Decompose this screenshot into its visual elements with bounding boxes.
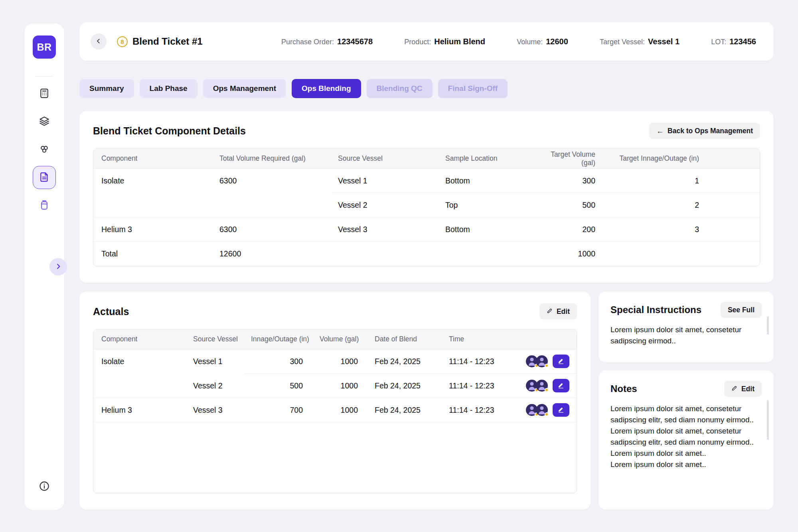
sidebar-item-layers[interactable]: [33, 110, 56, 133]
table-row: Vessel 25001000Feb 24, 202511:14 - 12:23: [93, 374, 577, 398]
actuals-edit-button[interactable]: Edit: [539, 303, 577, 319]
column-header: Source Vessel: [332, 154, 439, 163]
sign-button[interactable]: [553, 403, 569, 417]
table-cell: [598, 242, 702, 266]
table-cell: Vessel 1: [332, 169, 439, 193]
component-details-table-header: ComponentTotal Volume Required (gal)Sour…: [93, 149, 760, 169]
back-to-ops-management-button[interactable]: ← Back to Ops Management: [649, 123, 760, 139]
table-cell: Vessel 1: [187, 349, 245, 374]
tab-summary[interactable]: Summary: [79, 79, 134, 98]
special-instructions-text: Lorem ipsum dolor sit amet, consetetur s…: [610, 324, 762, 347]
table-cell: Helium 3: [93, 398, 187, 422]
scrollbar[interactable]: [767, 400, 769, 440]
table-cell: Bottom: [439, 217, 539, 242]
header-fields: Purchase Order:12345678Product:Helium Bl…: [281, 37, 756, 46]
sidebar-item-calculator[interactable]: [33, 82, 56, 105]
column-header: Source Vessel: [187, 335, 245, 343]
info-icon: [38, 480, 50, 493]
table-cell: 500: [245, 374, 313, 398]
row-actions: [511, 374, 577, 398]
column-header: Component: [93, 154, 213, 163]
tab-final-sign-off[interactable]: Final Sign-Off: [438, 79, 508, 98]
header-field: LOT:123456: [711, 37, 756, 46]
sign-button[interactable]: [553, 379, 569, 392]
field-label: Purchase Order:: [281, 38, 334, 46]
tab-bar: SummaryLab PhaseOps ManagementOps Blendi…: [79, 79, 508, 98]
column-header: Component: [93, 335, 187, 343]
header-field: Volume:12600: [517, 37, 568, 46]
table-cell: Feb 24, 2025: [368, 398, 442, 422]
table-row: Vessel 2Top5002: [93, 193, 760, 217]
table-cell: [93, 374, 187, 398]
table-cell: 3: [598, 217, 702, 242]
sidebar-divider: [35, 76, 53, 77]
pencil-icon: [731, 385, 738, 393]
blend-icon: [38, 143, 50, 156]
back-button[interactable]: [91, 33, 107, 49]
actuals-table-header: ComponentSource VesselInnage/Outage (in)…: [93, 329, 577, 349]
app-logo-text: BR: [37, 41, 51, 53]
table-cell: 1000: [313, 349, 368, 374]
table-cell: Feb 24, 2025: [368, 349, 442, 374]
signature-pen-icon: [557, 382, 565, 390]
section-title-component-details: Blend Ticket Component Details: [93, 125, 246, 137]
note-text: Lorem ipsum dolor sit amet..: [610, 448, 756, 459]
tab-ops-blending[interactable]: Ops Blending: [292, 79, 361, 98]
signature-pen-icon: [557, 406, 565, 414]
table-cell: 300: [539, 169, 598, 193]
header-field: Product:Helium Blend: [404, 37, 485, 46]
document-icon: [38, 171, 50, 184]
calculator-icon: [38, 87, 50, 100]
column-header: Date of Blend: [368, 335, 442, 343]
tab-lab-phase[interactable]: Lab Phase: [140, 79, 198, 98]
note-text: Lorem ipsum dolor sit amet, consetetur s…: [610, 426, 756, 448]
actuals-table: ComponentSource VesselInnage/Outage (in)…: [93, 329, 577, 493]
sidebar-item-blend-ticket[interactable]: [33, 166, 56, 189]
sidebar-expand-button[interactable]: [49, 258, 67, 276]
table-cell: [439, 242, 539, 266]
avatar: [536, 380, 548, 392]
row-actions: [511, 398, 577, 422]
table-cell: 700: [245, 398, 313, 422]
field-value: 12345678: [337, 37, 373, 46]
field-value: Helium Blend: [434, 37, 485, 46]
section-title-special-instructions: Special Instructions: [610, 304, 701, 315]
tab-blending-qc[interactable]: Blending QC: [367, 79, 433, 98]
table-cell: [702, 193, 760, 217]
table-row: Helium 36300Vessel 3Bottom2003: [93, 217, 760, 242]
notes-card: Notes Edit Lorem ipsum dolor sit amet, c…: [598, 370, 774, 510]
table-cell: Vessel 2: [332, 193, 439, 217]
notes-edit-label: Edit: [741, 385, 755, 393]
avatar: [536, 404, 548, 416]
sign-button[interactable]: [553, 355, 569, 368]
sidebar-item-vessel[interactable]: [33, 194, 56, 217]
table-cell: 2: [598, 193, 702, 217]
see-full-button[interactable]: See Full: [721, 302, 762, 318]
notes-edit-button[interactable]: Edit: [724, 381, 762, 397]
table-cell: 200: [539, 217, 598, 242]
back-to-ops-management-label: Back to Ops Management: [668, 127, 753, 135]
column-header: Time: [442, 335, 511, 343]
component-details-table: ComponentTotal Volume Required (gal)Sour…: [93, 148, 760, 266]
section-title-notes: Notes: [610, 383, 637, 394]
field-value: Vessel 1: [648, 37, 679, 46]
vessel-icon: [38, 199, 50, 212]
section-title-actuals: Actuals: [93, 306, 129, 317]
column-header: Target Volume (gal): [539, 150, 598, 167]
component-details-card: Blend Ticket Component Details ← Back to…: [79, 111, 774, 283]
avatar-group: [526, 355, 548, 367]
signature-pen-icon: [557, 357, 565, 366]
table-cell: Feb 24, 2025: [368, 374, 442, 398]
table-cell: Bottom: [439, 169, 539, 193]
scrollbar[interactable]: [767, 316, 769, 335]
special-instructions-card: Special Instructions See Full Lorem ipsu…: [598, 292, 774, 363]
table-cell: 1000: [539, 242, 598, 266]
sidebar-item-blend[interactable]: [33, 138, 56, 161]
tab-ops-management[interactable]: Ops Management: [203, 79, 286, 98]
table-cell: [702, 217, 760, 242]
table-cell: 6300: [213, 217, 332, 242]
sidebar-item-info[interactable]: [33, 475, 56, 498]
note-text: Lorem ipsum dolor sit amet..: [610, 459, 756, 470]
table-total-row: Total126001000: [93, 242, 760, 266]
row-actions: [511, 349, 577, 374]
